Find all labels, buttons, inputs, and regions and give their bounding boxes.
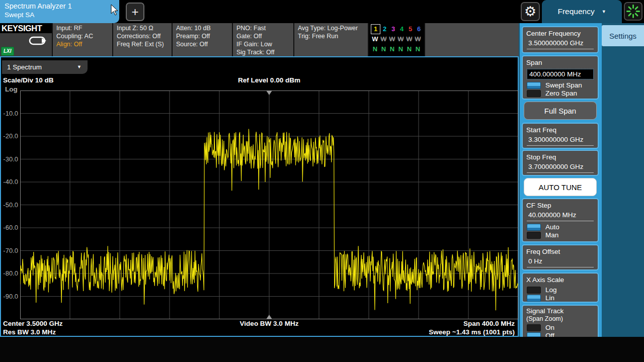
trace-detector: N: [388, 44, 396, 54]
cf-step-auto-option[interactable]: Auto: [527, 223, 598, 231]
status-line: Source: Off: [176, 40, 232, 48]
x-axis-lin-option[interactable]: Lin: [527, 294, 598, 302]
freq-offset-value[interactable]: 0 Hz: [527, 257, 594, 267]
menu-item-start-freq[interactable]: Start Freq 3.300000000 GHz: [522, 123, 599, 149]
status-line: PNO: Fast: [236, 24, 293, 32]
add-tab-button[interactable]: +: [126, 3, 144, 21]
full-span-button[interactable]: Full Span: [524, 102, 597, 120]
video-bw-annotation: Video BW 3.0 MHz: [20, 320, 518, 327]
x-axis-log-option[interactable]: Log: [527, 286, 598, 294]
trace-number[interactable]: 2: [380, 24, 389, 34]
menu-item-label: X Axis Scale: [523, 274, 598, 284]
status-line: Freq Ref: Ext (S): [117, 40, 172, 48]
window-selector-dropdown[interactable]: 1 Spectrum ▼: [2, 60, 88, 74]
spectrum-trace-chart: [20, 90, 518, 319]
trace-number[interactable]: 3: [389, 24, 397, 34]
menu-item-sublabel: (Span Zoom): [523, 315, 598, 323]
menu-item-signal-track[interactable]: Signal Track (Span Zoom) On Off: [522, 305, 599, 341]
toggle-on-icon: [527, 82, 541, 89]
trace-detector: N: [379, 44, 388, 54]
status-line: IF Gain: Low: [236, 40, 293, 48]
spinner-icon: [625, 3, 641, 20]
status-col-avg: Avg Type: Log-Power Trig: Free Run: [294, 23, 368, 56]
menu-item-x-axis-scale[interactable]: X Axis Scale Log Lin: [522, 273, 599, 303]
graticule-plot-area[interactable]: [20, 90, 518, 319]
y-axis-label: -80.0: [1, 269, 18, 277]
status-line: Input: RF: [56, 24, 112, 32]
chevron-down-icon: ▼: [602, 9, 606, 14]
trace-number[interactable]: 1: [371, 24, 380, 34]
status-line: Atten: 10 dB: [176, 24, 232, 32]
amplitude-mode-label: Log: [5, 85, 18, 93]
status-line: Coupling: AC: [56, 32, 112, 40]
span-value-active-field[interactable]: 400.000000 MHz: [527, 69, 594, 79]
menu-header-dropdown[interactable]: Frequency ▼: [542, 0, 622, 23]
trace-detector: N: [414, 44, 422, 54]
brand-block: KEYSIGHT LXI: [0, 23, 52, 56]
trace-type: W: [396, 34, 405, 44]
chevron-down-icon: ▼: [77, 60, 82, 74]
menu-item-cf-step[interactable]: CF Step 40.000000 MHz Auto Man: [522, 198, 599, 242]
y-axis-label: -30.0: [1, 155, 18, 163]
sweep-annotation: Sweep ~1.43 ms (1001 pts): [429, 328, 515, 336]
top-bar: Spectrum Analyzer 1 Swept SA ▼ + ⚙ Frequ…: [0, 0, 644, 23]
swept-span-option[interactable]: Swept Span: [527, 81, 598, 89]
trace-type: W: [414, 34, 422, 44]
mouse-cursor-icon: [111, 4, 119, 16]
toggle-off-icon: [527, 324, 541, 331]
trace-table[interactable]: 1 2 3 4 5 6 W W W W W W N N N N N N: [369, 23, 424, 56]
menu-item-label: Center Frequency: [523, 27, 598, 38]
status-line: Avg Type: Log-Power: [298, 24, 368, 32]
menu-item-stop-freq[interactable]: Stop Freq 3.700000000 GHz: [522, 150, 599, 176]
system-settings-gear-button[interactable]: ⚙: [521, 2, 540, 21]
signal-track-on-option[interactable]: On: [527, 324, 598, 331]
zero-span-option[interactable]: Zero Span: [527, 89, 598, 97]
menu-item-label: Signal Track: [523, 306, 598, 315]
toggle-label: Zero Span: [545, 89, 577, 97]
trace-detector: N: [371, 44, 379, 54]
status-line-align: Align: Off: [56, 40, 112, 48]
taskbar: ↶ ↷ ? Mar 21, 2020 7:05:12 AM: [0, 337, 644, 362]
menu-item-label: Span: [523, 56, 598, 67]
status-line: Preamp: Off: [176, 32, 232, 40]
trace-number[interactable]: 5: [406, 24, 415, 34]
toggle-on-icon: [527, 224, 541, 231]
tab-settings[interactable]: Settings: [602, 25, 644, 46]
trace-number[interactable]: 6: [415, 24, 423, 34]
status-col-impedance: Input Z: 50 Ω Corrections: Off Freq Ref:…: [113, 23, 172, 56]
menu-item-label: Freq Offset: [523, 245, 598, 256]
menu-item-label: Stop Freq: [523, 151, 598, 161]
y-axis-label: -60.0: [1, 224, 18, 231]
stop-freq-value[interactable]: 3.700000000 GHz: [527, 163, 594, 173]
trace-detectors-row: N N N N N N: [371, 44, 424, 54]
center-freq-marker-top-icon: [266, 90, 272, 95]
gear-icon: ⚙: [524, 4, 536, 19]
ref-level-label: Ref Level 0.00 dBm: [20, 76, 518, 84]
trace-type: W: [379, 34, 388, 44]
center-freq-marker-bottom-icon: [266, 315, 272, 319]
measurement-tab[interactable]: Spectrum Analyzer 1 Swept SA ▼: [0, 0, 119, 23]
measurement-status-bar: KEYSIGHT LXI Input: RF Coupling: AC Alig…: [0, 23, 519, 56]
y-axis-label: -70.0: [1, 247, 18, 254]
busy-spinner-button[interactable]: [624, 2, 642, 21]
cf-step-man-option[interactable]: Man: [527, 231, 598, 239]
start-freq-value[interactable]: 3.300000000 GHz: [527, 136, 594, 146]
cf-step-value[interactable]: 40.000000 MHz: [527, 211, 594, 221]
auto-tune-button[interactable]: AUTO TUNE: [524, 178, 597, 196]
menu-item-span[interactable]: Span 400.000000 MHz Swept Span Zero Span: [522, 55, 599, 100]
status-col-input: Input: RF Coupling: AC Align: Off: [53, 23, 112, 56]
menu-item-freq-offset[interactable]: Freq Offset 0 Hz: [522, 244, 599, 270]
menu-item-center-frequency[interactable]: Center Frequency 3.500000000 GHz: [522, 26, 599, 53]
trace-detector: N: [405, 44, 414, 54]
trace-number[interactable]: 4: [397, 24, 406, 34]
y-axis-label: -50.0: [1, 201, 18, 209]
trace-types-row: W W W W W W: [371, 34, 424, 44]
center-frequency-value[interactable]: 3.500000000 GHz: [527, 39, 594, 49]
window-selector-label: 1 Spectrum: [7, 63, 42, 71]
trace-detector: N: [396, 44, 405, 54]
res-bw-annotation: Res BW 3.0 MHz: [3, 328, 56, 336]
toggle-off-icon: [527, 90, 541, 97]
lxi-badge: LXI: [1, 47, 14, 56]
y-axis-label: -20.0: [1, 132, 18, 140]
status-col-filler: [425, 23, 519, 56]
